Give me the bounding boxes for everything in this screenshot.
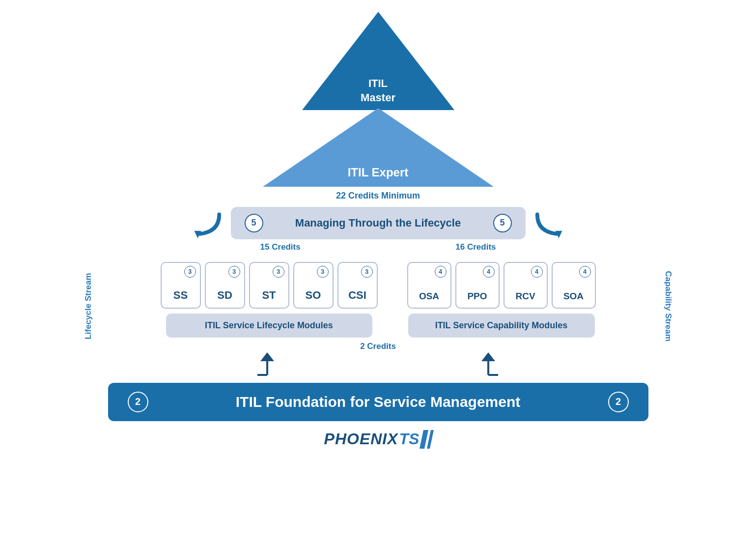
capability-module-group: 4 OSA 4 PPO 4 RCV 4 SOA ITIL Service Cap… xyxy=(407,262,596,338)
mtl-badge-left: 5 xyxy=(245,214,263,232)
card-so: 3 SO xyxy=(293,262,334,309)
card-sd-badge: 3 xyxy=(228,266,240,278)
lifecycle-module-bar: ITIL Service Lifecycle Modules xyxy=(166,314,372,338)
mtl-box: 5 Managing Through the Lifecycle 5 xyxy=(231,207,526,239)
card-rcv-label: RCV xyxy=(515,291,535,302)
itil-expert-triangle: ITIL Expert xyxy=(263,108,494,187)
itil-master-label: ITIL Master xyxy=(334,77,422,105)
right-curved-arrow xyxy=(533,206,567,240)
card-osa: 4 OSA xyxy=(407,262,451,309)
card-so-label: SO xyxy=(306,289,321,302)
logo-ts-text: TS xyxy=(399,430,420,448)
logo-phoenix-text: PHOENIX xyxy=(324,430,398,448)
card-csi-badge: 3 xyxy=(361,266,373,278)
diagram-container: ITIL Master ITIL Expert 22 Credits Minim… xyxy=(59,12,698,533)
left-curved-arrow xyxy=(189,206,224,240)
lifecycle-module-group: 3 SS 3 SD 3 ST 3 SO 3 CSI xyxy=(161,262,378,338)
capability-cards: 4 OSA 4 PPO 4 RCV 4 SOA xyxy=(407,262,596,309)
arrows-section: 2 Credits xyxy=(157,342,599,378)
card-st: 3 ST xyxy=(249,262,289,309)
card-ppo: 4 PPO xyxy=(455,262,500,309)
mtl-row: 5 Managing Through the Lifecycle 5 xyxy=(59,206,698,240)
card-ppo-label: PPO xyxy=(467,291,487,302)
capability-stream-label: Capability Stream xyxy=(663,262,673,350)
foundation-row: 2 ITIL Foundation for Service Management… xyxy=(108,383,648,421)
card-rcv-badge: 4 xyxy=(531,266,543,278)
credits-2-label: 2 Credits xyxy=(360,342,396,351)
card-ss-badge: 3 xyxy=(184,266,196,278)
svg-marker-6 xyxy=(481,352,495,361)
pyramid-wrapper: ITIL Master ITIL Expert xyxy=(263,12,494,187)
modules-section: Lifecycle Stream 3 SS 3 SD 3 ST 3 SO xyxy=(59,262,698,338)
credits-left: 15 Credits xyxy=(260,242,301,252)
credits-22: 22 Credits Minimum xyxy=(336,191,420,201)
logo-section: PHOENIX TS xyxy=(324,430,432,449)
card-soa-label: SOA xyxy=(563,291,584,302)
card-ss-label: SS xyxy=(173,289,188,302)
phoenix-ts-logo: PHOENIX TS xyxy=(324,430,432,449)
arrow-up-left xyxy=(256,351,279,378)
card-so-badge: 3 xyxy=(317,266,329,278)
itil-expert-label: ITIL Expert xyxy=(319,166,437,179)
foundation-badge-left: 2 xyxy=(128,392,148,412)
card-ppo-badge: 4 xyxy=(483,266,495,278)
card-csi: 3 CSI xyxy=(337,262,378,309)
card-csi-label: CSI xyxy=(348,289,366,302)
card-osa-label: OSA xyxy=(419,291,439,302)
card-soa-badge: 4 xyxy=(579,266,591,278)
itil-master-triangle: ITIL Master xyxy=(302,12,454,110)
lifecycle-cards: 3 SS 3 SD 3 ST 3 SO 3 CSI xyxy=(161,262,378,309)
svg-marker-3 xyxy=(260,352,274,361)
card-ss: 3 SS xyxy=(161,262,201,309)
card-osa-badge: 4 xyxy=(435,266,447,278)
card-st-label: ST xyxy=(262,289,276,302)
lifecycle-stream-label: Lifecycle Stream xyxy=(84,262,93,350)
foundation-label: ITIL Foundation for Service Management xyxy=(158,394,598,410)
foundation-badge-right: 2 xyxy=(608,392,629,412)
card-sd: 3 SD xyxy=(205,262,245,309)
logo-slash2 xyxy=(427,430,434,449)
mtl-badge-right: 5 xyxy=(493,214,512,232)
credits-right: 16 Credits xyxy=(455,242,496,252)
card-sd-label: SD xyxy=(217,289,232,302)
card-st-badge: 3 xyxy=(273,266,284,278)
card-soa: 4 SOA xyxy=(552,262,596,309)
card-rcv: 4 RCV xyxy=(504,262,548,309)
capability-module-bar: ITIL Service Capability Modules xyxy=(408,314,595,338)
arrow-up-right xyxy=(477,351,500,378)
mtl-label: Managing Through the Lifecycle xyxy=(271,217,485,229)
